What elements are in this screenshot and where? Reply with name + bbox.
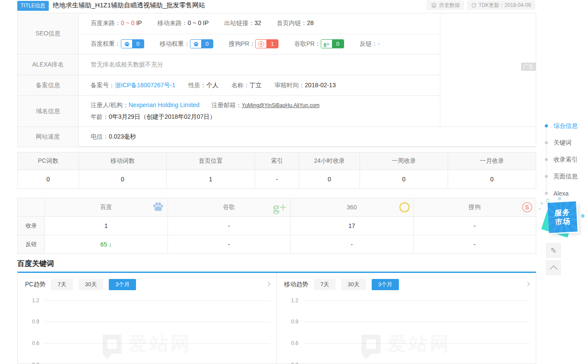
gridline	[303, 322, 530, 322]
stats-value-row: 0 0 1 - 0 0 0	[18, 170, 536, 188]
pc-trend-header: PC趋势 7天 30天 3个月	[25, 279, 136, 290]
deco-dot	[581, 214, 585, 218]
sogou-s-icon: S	[522, 202, 532, 212]
mobile-tab-30d[interactable]: 30天	[341, 279, 366, 290]
aizhan-watermark: 爱站网	[102, 331, 192, 357]
keyword-stats-table: PC词数 移动词数 首页位置 索引 24小时收录 一周收录 一月收录 0 0 1…	[17, 152, 536, 189]
refresh-icon	[471, 3, 477, 8]
domain-age: 年龄：0年3月29日（创建于2018年02月07日）	[91, 113, 215, 121]
pc-tab-3m[interactable]: 3个月	[109, 279, 136, 290]
y-tick: 0.9	[283, 319, 298, 325]
page-title: 绝地求生辅助_H1Z1辅助自瞄透视辅助_批发零售网站	[53, 1, 205, 9]
mobile-weight[interactable]: 移动权重：0	[160, 39, 213, 48]
collect-sogou: -	[414, 217, 536, 235]
baidu-paw-icon	[190, 40, 201, 48]
collect-baidu: 1	[45, 217, 168, 235]
gridline	[44, 343, 270, 344]
registrant-link[interactable]: Nexperian Holding Limited	[129, 101, 199, 108]
pc-tab-7d[interactable]: 7天	[51, 279, 73, 290]
collect-google: -	[168, 217, 291, 235]
baidu-keywords-title: 百度关键词	[17, 259, 54, 269]
nav-dot	[545, 124, 548, 127]
aizhan-logo-icon	[102, 335, 121, 354]
deco-dot	[541, 202, 543, 205]
google-pr[interactable]: 谷歌PR：g+0	[294, 39, 344, 48]
row-label-icp: 备案信息	[18, 75, 79, 95]
stats-header: 一月收录	[448, 152, 536, 170]
homepage-inlinks: 首页内链：28	[277, 19, 314, 27]
backlink-google: -	[168, 235, 291, 253]
engine-header-sogou: 搜狗S	[414, 198, 536, 216]
stats-header-row: PC词数 移动词数 首页位置 索引 24小时收录 一周收录 一月收录	[18, 152, 536, 170]
ad-tag: 广告	[521, 63, 536, 71]
nav-dot	[545, 141, 548, 144]
tdk-update-button[interactable]: TDK更新：2018-04-09	[467, 0, 535, 10]
engine-header-google: 谷歌g+	[168, 198, 291, 216]
aizhan-logo-icon	[362, 335, 381, 354]
register-email-link[interactable]: YuMing@YinSiBaoHu.AliYun.com	[242, 102, 319, 108]
registrant: 注册人/机构：Nexperian Holding Limited	[91, 101, 199, 109]
edit-button[interactable]: ✎	[546, 243, 561, 258]
chevron-up-icon	[550, 265, 557, 273]
nav-item-overview[interactable]: 综合信息	[545, 117, 588, 134]
domain-age-line: 年龄：0年3月29日（创建于2018年02月07日）	[91, 113, 215, 121]
nav-dot	[545, 158, 548, 161]
collect-row-label: 收录	[18, 217, 45, 235]
nav-item-page-info[interactable]: 页面信息	[545, 168, 588, 185]
baidu-weight[interactable]: 百度权重：0	[91, 39, 144, 48]
stats-value: -	[255, 170, 299, 188]
icp-number-link[interactable]: 浙ICP备18007267号-1	[115, 82, 175, 89]
pc-tab-30d[interactable]: 30天	[79, 279, 103, 290]
mobile-tab-7d[interactable]: 7天	[314, 279, 335, 290]
tdk-button-label: TDK更新：2018-04-09	[479, 2, 531, 9]
row-label-domain: 域名信息	[18, 96, 79, 127]
stats-header: 索引	[255, 152, 299, 170]
icp-audit-time: 审核时间：2018-02-13	[275, 82, 336, 89]
topbar: TITLE信息 绝地求生辅助_H1Z1辅助自瞄透视辅助_批发零售网站 历史数据 …	[17, 0, 588, 11]
service-market-badge[interactable]: 服务 市场	[542, 199, 582, 244]
y-tick: 0.9	[24, 319, 39, 325]
google-plus-icon: g+	[273, 201, 287, 214]
sogou-s-icon: S	[256, 40, 266, 48]
pc-panel-next-icon[interactable]: ›	[267, 278, 271, 289]
sogou-pr[interactable]: 搜狗PR：S1	[229, 39, 278, 48]
ad-slot: 广告	[440, 13, 536, 126]
pc-trend-label: PC趋势	[25, 281, 45, 288]
google-pr-badge[interactable]: g+0	[321, 39, 344, 48]
backlinks-link[interactable]: -	[378, 40, 380, 47]
nav-item-keywords[interactable]: 关键词	[545, 134, 588, 151]
pc-trend-panel: PC趋势 7天 30天 3个月 › 1.2 0.9 0.6 0.3 爱站网	[18, 273, 277, 364]
gridline	[44, 301, 270, 301]
icp-name: 名称：丁立	[231, 82, 262, 89]
y-tick: 1.2	[24, 298, 39, 304]
nav-item-index[interactable]: 收录索引	[545, 151, 588, 168]
gridline	[303, 301, 530, 301]
history-data-button[interactable]: 历史数据	[427, 0, 464, 10]
backlink-baidu-link[interactable]: 65 ↓	[101, 241, 112, 248]
google-plus-icon: g+	[321, 40, 332, 48]
row-label-seo: SEO信息	[18, 13, 79, 54]
title-info-badge: TITLE信息	[17, 1, 49, 11]
baidu-weight-badge[interactable]: 0	[121, 39, 144, 48]
y-tick: 0.3	[283, 362, 298, 364]
outbound-links: 出站链接：32	[224, 19, 261, 27]
deco-dot	[558, 197, 561, 200]
sogou-pr-badge[interactable]: S1	[255, 39, 278, 48]
layers-icon	[431, 2, 437, 8]
back-to-top-button[interactable]	[546, 260, 561, 275]
seo-info-table: SEO信息 百度来路：0 ~ 0 IP 移动来路：0 ~ 0 IP 出站链接：3…	[17, 13, 536, 147]
stats-value: 0	[18, 170, 79, 188]
stats-header: PC词数	[18, 152, 79, 170]
collect-row: 收录 1 - 17 -	[18, 216, 536, 235]
row-label-alexa: ALEXA排名	[18, 54, 79, 75]
engine-header-row: 百度 谷歌g+ 360 搜狗S	[18, 198, 536, 216]
stats-value: 0	[79, 170, 167, 188]
mobile-weight-badge[interactable]: 0	[190, 39, 213, 48]
engine-header-baidu: 百度	[45, 198, 168, 216]
down-arrow-icon: ↓	[109, 241, 112, 248]
alexa-no-data-text: 暂无排名或相关数据不充分	[91, 61, 163, 69]
icp-nature: 性质：个人	[188, 82, 218, 89]
mobile-panel-next-icon[interactable]: ›	[526, 278, 531, 289]
mobile-tab-3m[interactable]: 3个月	[372, 279, 399, 290]
mobile-trend-label: 移动趋势	[284, 281, 308, 288]
